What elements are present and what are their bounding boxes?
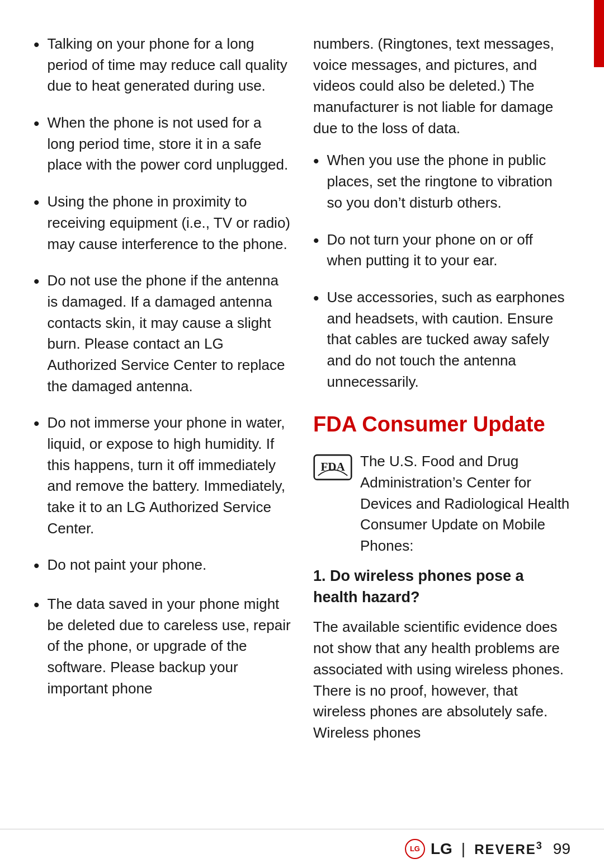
fda-logo: FDA bbox=[313, 453, 352, 487]
page-footer: LG LG | REVERE3 99 bbox=[0, 829, 604, 868]
bullet-text: Do not immerse your phone in water, liqu… bbox=[48, 412, 291, 539]
red-accent-bar bbox=[594, 0, 604, 67]
lg-logo-text: LG bbox=[410, 844, 420, 853]
revere-brand-text: REVERE3 bbox=[474, 840, 543, 857]
continuation-text: numbers. (Ringtones, text messages, voic… bbox=[313, 34, 570, 139]
fda-intro-block: FDA The U.S. Food and Drug Administratio… bbox=[313, 451, 570, 556]
list-item: Talking on your phone for a long period … bbox=[34, 34, 291, 97]
footer-logo-area: LG LG | REVERE3 99 bbox=[405, 839, 570, 859]
fda-section: FDA Consumer Update FDA The U.S. Food an… bbox=[313, 409, 570, 743]
fda-intro-text: The U.S. Food and Drug Administration’s … bbox=[360, 451, 570, 556]
page-number: 99 bbox=[553, 840, 570, 858]
fda-section-title: FDA Consumer Update bbox=[313, 409, 570, 440]
bullet-text: Talking on your phone for a long period … bbox=[48, 34, 291, 97]
fda-answer-1: The available scientific evidence does n… bbox=[313, 617, 570, 743]
bullet-text: Do not turn your phone on or off when pu… bbox=[327, 229, 570, 271]
left-bullet-list: Talking on your phone for a long period … bbox=[34, 34, 291, 699]
bullet-text: Using the phone in proximity to receivin… bbox=[48, 191, 291, 255]
list-item: When you use the phone in public places,… bbox=[313, 150, 570, 213]
bullet-text: The data saved in your phone might be de… bbox=[48, 594, 291, 699]
lg-brand-text: LG bbox=[431, 840, 452, 858]
list-item: The data saved in your phone might be de… bbox=[34, 594, 291, 699]
list-item: Do not immerse your phone in water, liqu… bbox=[34, 412, 291, 539]
list-item: Do not paint your phone. bbox=[34, 555, 291, 578]
fda-logo-svg: FDA bbox=[313, 453, 352, 481]
list-item: When the phone is not used for a long pe… bbox=[34, 112, 291, 176]
left-column: Talking on your phone for a long period … bbox=[34, 34, 291, 784]
bullet-text: When the phone is not used for a long pe… bbox=[48, 112, 291, 176]
list-item: Do not use the phone if the antenna is d… bbox=[34, 270, 291, 397]
bullet-text: Do not paint your phone. bbox=[48, 555, 207, 576]
lg-logo-icon: LG bbox=[405, 839, 425, 859]
right-bullet-list: When you use the phone in public places,… bbox=[313, 150, 570, 392]
footer-separator: | bbox=[461, 840, 465, 858]
bullet-text: Use accessories, such as earphones and h… bbox=[327, 287, 570, 392]
fda-question-1: 1. Do wireless phones pose a health haza… bbox=[313, 566, 570, 608]
list-item: Do not turn your phone on or off when pu… bbox=[313, 229, 570, 271]
list-item: Use accessories, such as earphones and h… bbox=[313, 287, 570, 392]
list-item: Using the phone in proximity to receivin… bbox=[34, 191, 291, 255]
right-column: numbers. (Ringtones, text messages, voic… bbox=[313, 34, 570, 784]
page-content: Talking on your phone for a long period … bbox=[0, 0, 604, 829]
bullet-text: Do not use the phone if the antenna is d… bbox=[48, 270, 291, 397]
bullet-text: When you use the phone in public places,… bbox=[327, 150, 570, 213]
right-top-continuation: numbers. (Ringtones, text messages, voic… bbox=[313, 34, 570, 139]
